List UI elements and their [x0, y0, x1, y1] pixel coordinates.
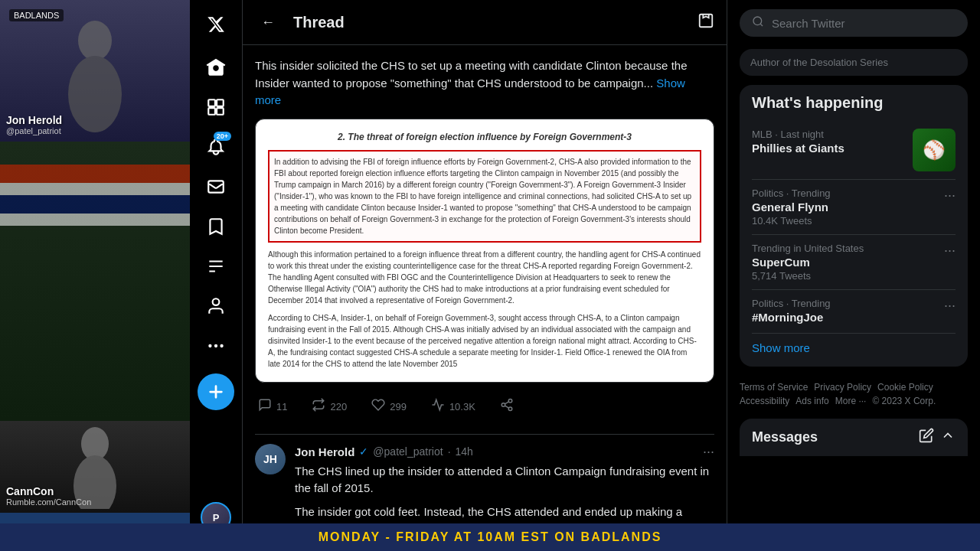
trend-more-icon-3[interactable]: ··· — [944, 298, 956, 314]
trend-item-morningjoe[interactable]: Politics · Trending #MorningJoe ··· — [752, 290, 956, 334]
thread-scroll-area[interactable]: This insider solicited the CHS to set up… — [243, 45, 727, 551]
svg-point-17 — [753, 17, 762, 25]
share-icon — [500, 398, 514, 416]
like-icon — [371, 398, 385, 416]
bottom-stream-handle: Rumble.com/CannCon — [6, 497, 184, 507]
mlb-image: ⚾ — [913, 129, 956, 171]
trend-item-supercum[interactable]: Trending in United States SuperCum 5,714… — [752, 235, 956, 290]
doc-highlight: In addition to advising the FBI of forei… — [268, 150, 701, 243]
video-panel: BADLANDS Jon Herold @patel_patriot ON AI… — [0, 0, 190, 551]
svg-rect-6 — [208, 108, 215, 115]
trend-item-flynn[interactable]: Politics · Trending General Flynn 10.4K … — [752, 180, 956, 235]
notification-count: 20+ — [214, 132, 231, 141]
thread-header: ← Thread — [243, 0, 727, 45]
svg-point-14 — [508, 407, 512, 411]
views-icon — [431, 398, 445, 416]
svg-point-0 — [78, 21, 112, 60]
twitter-logo-icon[interactable] — [198, 6, 234, 43]
share-button[interactable] — [497, 395, 517, 419]
second-tweet-header: Jon Herold ✓ @patel_patriot · 14h ··· — [295, 444, 714, 460]
search-input[interactable] — [772, 17, 956, 30]
twitter-sidebar: 20+ P — [190, 0, 242, 551]
svg-point-12 — [508, 399, 512, 403]
reply-count: 11 — [276, 401, 287, 412]
tweet-actions: 11 220 299 — [255, 392, 714, 422]
svg-point-8 — [208, 344, 211, 347]
bookmarks-icon[interactable] — [198, 208, 234, 245]
notifications-icon[interactable]: 20+ — [198, 129, 234, 165]
doc-title: 2. The threat of foreign election influe… — [268, 132, 701, 142]
svg-rect-7 — [217, 108, 224, 115]
tweet-more-button[interactable]: ··· — [703, 444, 714, 460]
messages-nav-icon[interactable] — [198, 168, 234, 205]
bookmark-icon[interactable] — [697, 12, 714, 33]
trend-more-icon[interactable]: ··· — [944, 187, 956, 204]
document-image: 2. The threat of foreign election influe… — [255, 119, 714, 383]
top-stream-info: Jon Herold @patel_patriot — [6, 114, 184, 135]
retweet-count: 220 — [330, 401, 347, 412]
messages-title: Messages — [752, 429, 818, 445]
tweet-handle: @patel_patriot — [373, 445, 443, 458]
top-stream-name: Jon Herold — [6, 114, 184, 126]
tweet-timestamp: 14h — [456, 445, 473, 458]
whats-happening-title: What's happening — [752, 94, 956, 112]
top-stream-label: BADLANDS — [9, 9, 64, 21]
search-icon — [752, 15, 764, 31]
right-sidebar: Author of the Desolation Series What's h… — [727, 0, 980, 551]
explore-icon[interactable] — [198, 89, 234, 126]
svg-point-13 — [501, 403, 505, 406]
home-icon[interactable] — [198, 49, 234, 86]
reply-icon — [258, 398, 272, 416]
tweet-author-name: Jon Herold — [295, 445, 354, 458]
tweet-author-info: Jon Herold ✓ @patel_patriot · 14h — [295, 445, 473, 458]
tos-link[interactable]: Terms of Service — [740, 382, 808, 393]
trend-more-icon-2[interactable]: ··· — [944, 243, 956, 259]
main-content: ← Thread This insider solicited the CHS … — [242, 0, 727, 551]
svg-rect-4 — [208, 99, 215, 106]
search-bar[interactable] — [740, 9, 968, 37]
doc-body-1: In addition to advising the FBI of forei… — [268, 150, 701, 370]
messages-collapse-icon[interactable] — [940, 428, 956, 447]
more-link[interactable]: More ··· — [835, 396, 867, 406]
top-stream-handle: @patel_patriot — [6, 126, 184, 135]
messages-widget: Messages — [740, 419, 968, 456]
second-tweet-avatar: JH — [255, 444, 286, 474]
ads-link[interactable]: Ads info — [795, 396, 828, 406]
copyright-text: © 2023 X Corp. — [872, 396, 936, 406]
bottom-stream-name: CannCon — [6, 485, 184, 497]
bottom-stream-info: CannCon Rumble.com/CannCon — [6, 485, 184, 507]
svg-point-9 — [214, 344, 217, 347]
verified-badge: ✓ — [359, 445, 368, 458]
views-count: 10.3K — [449, 401, 475, 412]
bottom-stream: ON AIR CannCon Rumble.com/CannCon — [0, 142, 190, 513]
top-stream: BADLANDS Jon Herold @patel_patriot — [0, 0, 190, 142]
author-banner: Author of the Desolation Series — [740, 49, 968, 76]
lists-icon[interactable] — [198, 248, 234, 285]
messages-compose-icon[interactable] — [919, 428, 934, 447]
first-tweet-text: This insider solicited the CHS to set up… — [255, 57, 714, 109]
show-more-button[interactable]: Show more — [752, 334, 956, 357]
reply-button[interactable]: 11 — [255, 395, 290, 419]
views-button[interactable]: 10.3K — [428, 395, 479, 419]
ticker-text: MONDAY - FRIDAY AT 10AM EST ON BADLANDS — [318, 530, 662, 544]
compose-button[interactable] — [198, 373, 234, 410]
more-icon[interactable] — [198, 328, 234, 364]
retweet-button[interactable]: 220 — [309, 395, 350, 419]
profile-icon[interactable] — [198, 288, 234, 324]
like-count: 299 — [390, 401, 407, 412]
back-button[interactable]: ← — [255, 9, 281, 35]
svg-point-10 — [220, 344, 223, 347]
whats-happening-section: What's happening MLB · Last night Philli… — [740, 85, 968, 367]
like-button[interactable]: 299 — [368, 395, 410, 419]
trend-item-mlb[interactable]: MLB · Last night Phillies at Giants ⚾ — [752, 121, 956, 180]
footer-links: Terms of Service Privacy Policy Cookie P… — [740, 376, 968, 412]
privacy-link[interactable]: Privacy Policy — [814, 382, 871, 393]
thread-title: Thread — [293, 14, 685, 31]
svg-rect-5 — [217, 99, 224, 106]
tweet-time: · — [448, 445, 451, 458]
cookie-link[interactable]: Cookie Policy — [877, 382, 933, 393]
svg-line-15 — [505, 406, 508, 408]
retweet-icon — [312, 398, 325, 416]
svg-line-16 — [505, 401, 508, 403]
accessibility-link[interactable]: Accessibility — [740, 396, 789, 406]
